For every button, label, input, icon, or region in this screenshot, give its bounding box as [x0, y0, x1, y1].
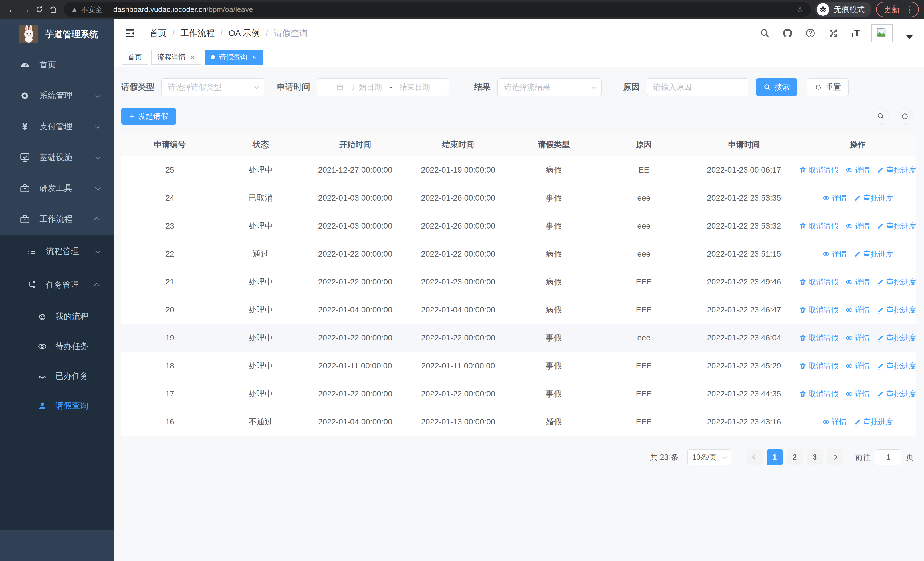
forward-icon[interactable]: →	[19, 3, 33, 16]
action-cancel-link[interactable]: 取消请假	[799, 305, 838, 315]
date-end-placeholder[interactable]: 结束日期	[399, 82, 430, 92]
browser-update-button[interactable]: 更新 ⋮	[876, 2, 919, 17]
avatar-broken-image[interactable]	[872, 24, 892, 42]
tab-process-detail[interactable]: 流程详情	[151, 50, 201, 65]
action-detail-link[interactable]: 详情	[845, 165, 870, 175]
leave-type-select[interactable]: 请选择请假类型	[161, 78, 264, 96]
sidebar-item-label: 首页	[39, 59, 99, 71]
trash-icon	[799, 166, 807, 174]
sidebar: 芋道管理系统 首页 系统管理 ¥ 支付管理 基础设施	[0, 19, 114, 561]
action-cancel-link[interactable]: 取消请假	[799, 389, 838, 399]
search-button[interactable]: 搜索	[756, 78, 797, 96]
sidebar-item-home[interactable]: 首页	[0, 50, 114, 80]
create-leave-button[interactable]: + 发起请假	[121, 108, 176, 125]
reload-icon[interactable]	[33, 3, 46, 16]
action-detail-link[interactable]: 详情	[845, 389, 870, 399]
github-icon[interactable]	[782, 28, 793, 39]
action-cancel-link[interactable]: 取消请假	[799, 165, 838, 175]
action-label: 审批进度	[886, 277, 916, 287]
home-icon[interactable]	[46, 3, 60, 16]
page-size-select[interactable]: 10条/页	[687, 449, 731, 465]
sidebar-item-system[interactable]: 系统管理	[0, 80, 114, 111]
goto-page-input[interactable]	[875, 449, 902, 465]
action-progress-link[interactable]: 审批进度	[877, 361, 916, 371]
sidebar-item-workflow[interactable]: 工作流程	[0, 204, 114, 235]
search-icon[interactable]	[759, 28, 770, 39]
tab-leave-query[interactable]: 请假查询	[205, 50, 263, 65]
active-tab-dot	[211, 55, 215, 59]
breadcrumb-item[interactable]: 工作流程	[180, 27, 214, 39]
breadcrumb-item[interactable]: OA 示例	[229, 27, 260, 39]
action-cancel-link[interactable]: 取消请假	[799, 221, 838, 231]
action-detail-link[interactable]: 详情	[822, 193, 847, 203]
next-page-button[interactable]	[827, 449, 843, 465]
url-path[interactable]: /bpm/oa/leave	[206, 5, 253, 14]
sidebar-item-infrastructure[interactable]: 基础设施	[0, 142, 114, 173]
action-progress-link[interactable]: 审批进度	[854, 417, 893, 427]
font-size-icon[interactable]: TT	[850, 28, 860, 38]
page-button-3[interactable]: 3	[807, 449, 823, 465]
tab-close-icon[interactable]	[251, 54, 257, 60]
action-label: 审批进度	[863, 417, 893, 427]
action-detail-link[interactable]: 详情	[845, 305, 870, 315]
sidebar-item-todo-tasks[interactable]: 待办任务	[0, 332, 114, 361]
app-title: 芋道管理系统	[45, 28, 98, 40]
url-bar[interactable]: ▲ 不安全 dashboard.yudao.iocoder.cn /bpm/oa…	[64, 2, 811, 17]
sidebar-item-label: 支付管理	[39, 121, 95, 132]
sidebar-item-task-mgmt[interactable]: 任务管理	[0, 268, 114, 302]
cell-actions: 取消请假详情审批进度	[799, 212, 916, 240]
help-icon[interactable]	[805, 28, 816, 39]
sidebar-item-my-process[interactable]: 我的流程	[0, 302, 114, 332]
sidebar-item-devtools[interactable]: 研发工具	[0, 173, 114, 204]
reason-input[interactable]	[653, 83, 742, 92]
sidebar-item-done-tasks[interactable]: 已办任务	[0, 361, 114, 391]
action-cancel-link[interactable]: 取消请假	[799, 361, 838, 371]
action-detail-link[interactable]: 详情	[822, 417, 847, 427]
sidebar-item-leave-query[interactable]: 请假查询	[0, 391, 114, 421]
sidebar-item-payment[interactable]: ¥ 支付管理	[0, 111, 114, 142]
result-select[interactable]: 请选择流结果	[497, 78, 602, 96]
table-row: 19处理中2022-01-22 00:00:002022-01-22 00:00…	[121, 324, 916, 352]
action-progress-link[interactable]: 审批进度	[877, 221, 916, 231]
page-button-1[interactable]: 1	[767, 449, 783, 465]
update-label[interactable]: 更新	[884, 4, 900, 15]
tab-home[interactable]: 首页	[122, 50, 148, 65]
action-detail-link[interactable]: 详情	[845, 277, 870, 287]
action-progress-link[interactable]: 审批进度	[854, 193, 893, 203]
action-detail-link[interactable]: 详情	[822, 249, 847, 259]
date-start-placeholder[interactable]: 开始日期	[351, 82, 382, 92]
eye-icon	[845, 306, 853, 314]
action-progress-link[interactable]: 审批进度	[877, 389, 916, 399]
calendar-icon	[336, 83, 344, 91]
fullscreen-icon[interactable]	[828, 28, 838, 39]
action-progress-link[interactable]: 审批进度	[854, 249, 893, 259]
bookmark-star-icon[interactable]: ☆	[796, 4, 804, 15]
action-progress-link[interactable]: 审批进度	[877, 277, 916, 287]
action-progress-link[interactable]: 审批进度	[877, 305, 916, 315]
tab-close-icon[interactable]	[190, 54, 195, 60]
action-detail-link[interactable]: 详情	[845, 221, 870, 231]
action-detail-link[interactable]: 详情	[845, 361, 870, 371]
action-label: 取消请假	[809, 361, 838, 371]
breadcrumb-item[interactable]: 首页	[150, 27, 166, 39]
back-icon[interactable]: ←	[5, 3, 19, 16]
refresh-table-icon-button[interactable]	[897, 108, 913, 125]
dropdown-caret-icon[interactable]	[906, 35, 913, 39]
url-domain[interactable]: dashboard.yudao.iocoder.cn	[113, 5, 207, 14]
reset-button[interactable]: 重置	[807, 78, 849, 96]
page-button-2[interactable]: 2	[787, 449, 803, 465]
apply-time-range-picker[interactable]: 开始日期 - 结束日期	[317, 78, 449, 96]
action-detail-link[interactable]: 详情	[845, 333, 870, 343]
action-cancel-link[interactable]: 取消请假	[799, 277, 838, 287]
action-label: 取消请假	[809, 305, 838, 315]
action-progress-link[interactable]: 审批进度	[877, 333, 916, 343]
action-cancel-link[interactable]: 取消请假	[799, 333, 838, 343]
security-label[interactable]: 不安全	[81, 5, 102, 14]
chevron-down-icon	[95, 185, 101, 191]
menu-dots-icon[interactable]: ⋮	[905, 5, 914, 15]
action-progress-link[interactable]: 审批进度	[877, 165, 916, 175]
show-search-icon-button[interactable]	[873, 108, 889, 125]
sidebar-item-process-mgmt[interactable]: 流程管理	[0, 235, 114, 268]
prev-page-button[interactable]	[747, 449, 763, 465]
menu-fold-icon[interactable]	[124, 28, 135, 39]
